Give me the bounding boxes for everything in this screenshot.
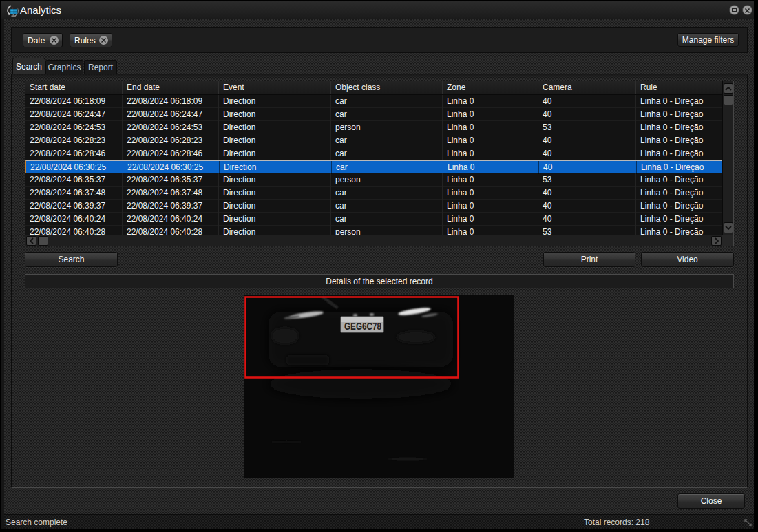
svg-text:GEG6C78: GEG6C78 xyxy=(344,321,381,332)
